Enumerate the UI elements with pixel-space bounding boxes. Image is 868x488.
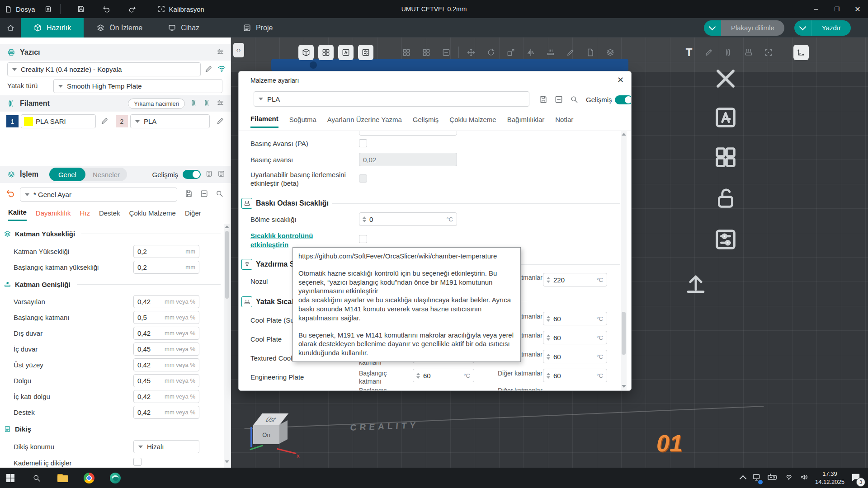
- setting-input[interactable]: 0,45mm veya %: [133, 374, 199, 387]
- minimize-button[interactable]: –: [806, 0, 826, 18]
- chrome-button[interactable]: [79, 468, 99, 488]
- staggered-seams-checkbox[interactable]: [133, 458, 142, 466]
- setting-input[interactable]: 0,5mm veya %: [133, 311, 199, 324]
- taskbar-search-button[interactable]: [26, 468, 47, 488]
- save-button[interactable]: [72, 0, 90, 18]
- move-tool[interactable]: [463, 45, 479, 60]
- undo-button[interactable]: [98, 0, 115, 18]
- redo-button[interactable]: [123, 0, 141, 18]
- arrange-button[interactable]: [318, 45, 334, 60]
- objects-list-button[interactable]: [712, 144, 739, 172]
- adjust-settings-button[interactable]: [712, 226, 739, 254]
- fuzzy-skin-tool[interactable]: [741, 45, 756, 60]
- segment-global[interactable]: Genel: [49, 168, 85, 181]
- cut-tool[interactable]: [563, 45, 578, 60]
- menu-calibration[interactable]: Kalibrasyon: [153, 0, 209, 18]
- dialog-tab-notes[interactable]: Notlar: [555, 116, 573, 127]
- plate3-other-input[interactable]: 60°C: [543, 350, 607, 363]
- add-object-button[interactable]: [298, 45, 314, 60]
- tab-others[interactable]: Diğer: [185, 209, 201, 221]
- dialog-tab-multimaterial[interactable]: Çoklu Malzeme: [449, 116, 496, 127]
- chamber-temp-control-link[interactable]: Sıcaklık kontrolünü etkinleştirin: [250, 231, 332, 249]
- merge-button[interactable]: [439, 45, 454, 60]
- edge-button[interactable]: [105, 468, 126, 488]
- collapse-panel-handle[interactable]: ‹›: [233, 43, 244, 57]
- tray-battery-icon[interactable]: [767, 473, 778, 483]
- material-save-button[interactable]: [539, 95, 548, 106]
- orientation-cube[interactable]: Üst Ön x: [250, 409, 299, 463]
- clone-tool[interactable]: [583, 45, 598, 60]
- remove-filament-button[interactable]: [203, 99, 211, 108]
- notes-button[interactable]: [40, 0, 57, 18]
- advanced-toggle[interactable]: [183, 170, 201, 179]
- dialog-tab-cooling[interactable]: Soğutma: [289, 116, 316, 127]
- clipped-input[interactable]: [359, 131, 457, 136]
- preset-save-button[interactable]: [184, 189, 193, 200]
- plate4-other-input[interactable]: 60°C: [543, 369, 607, 382]
- close-button[interactable]: ✕: [847, 0, 868, 18]
- sidebar-scrollbar[interactable]: [224, 224, 230, 468]
- add-filament-button[interactable]: [190, 99, 198, 108]
- home-button[interactable]: [0, 18, 21, 38]
- pressure-advance-checkbox[interactable]: [359, 139, 367, 147]
- dialog-scrollbar[interactable]: [621, 131, 627, 391]
- print-button[interactable]: Yazdır: [794, 20, 851, 36]
- lay-flat-tool[interactable]: [543, 45, 558, 60]
- dialog-tab-overrides[interactable]: Ayarların Üzerine Yazma: [327, 116, 402, 127]
- process-scope-segment[interactable]: Genel Nesneler: [49, 168, 127, 181]
- setting-input[interactable]: 0,42mm veya %: [133, 327, 199, 340]
- setting-input[interactable]: 0,42mm veya %: [133, 406, 199, 419]
- setting-input[interactable]: 0,42mm veya %: [133, 390, 199, 403]
- print-dropdown[interactable]: [794, 20, 811, 36]
- scrollbar-thumb[interactable]: [225, 231, 229, 299]
- maximize-button[interactable]: ❐: [826, 0, 847, 18]
- delete-all-button[interactable]: [712, 66, 739, 94]
- text-tool[interactable]: T: [681, 45, 697, 60]
- lift-object-button[interactable]: [683, 269, 709, 297]
- material-preset-combo[interactable]: PLA: [254, 91, 529, 107]
- preset-search-button[interactable]: [215, 189, 224, 200]
- bed-type-combo[interactable]: Smooth High Temp Plate: [53, 79, 222, 93]
- tray-expand-icon[interactable]: [740, 475, 747, 483]
- tab-strength[interactable]: Dayanıklılık: [36, 209, 71, 221]
- preset-delete-button[interactable]: [200, 189, 208, 200]
- plate1-other-input[interactable]: 60°C: [543, 312, 607, 325]
- tray-display-icon[interactable]: [752, 473, 761, 483]
- printer-settings-button[interactable]: [217, 48, 224, 57]
- plate2-other-input[interactable]: 60°C: [543, 331, 607, 344]
- process-preset-combo[interactable]: * Genel Ayar: [20, 188, 177, 202]
- filament-settings-button[interactable]: [217, 99, 224, 108]
- notification-center-button[interactable]: 3: [851, 472, 861, 484]
- filament-1-edit-button[interactable]: [100, 117, 109, 127]
- chamber-temp-control-checkbox[interactable]: [359, 235, 367, 243]
- auto-arrange-button[interactable]: [712, 104, 739, 132]
- menu-file[interactable]: Dosya: [0, 0, 40, 18]
- seam-position-combo[interactable]: Hizalı: [133, 440, 199, 453]
- filament-2-combo[interactable]: PLA: [130, 114, 210, 128]
- tab-device[interactable]: Cihaz: [155, 18, 212, 38]
- segment-objects[interactable]: Nesneler: [85, 171, 127, 178]
- dialog-tab-advanced[interactable]: Gelişmiş: [413, 116, 439, 127]
- measure-tool[interactable]: [761, 45, 776, 60]
- rotate-tool[interactable]: [483, 45, 499, 60]
- dialog-advanced-toggle[interactable]: [615, 95, 632, 104]
- taskbar-clock[interactable]: 17:39 14.12.2025: [815, 470, 844, 486]
- view-list-button[interactable]: [205, 170, 213, 179]
- material-search-button[interactable]: [570, 95, 579, 106]
- setting-input[interactable]: 0,2mm: [133, 245, 199, 258]
- slice-dropdown[interactable]: [704, 20, 721, 36]
- tray-volume-icon[interactable]: [800, 473, 809, 483]
- dialog-tab-dependencies[interactable]: Bağımlılıklar: [507, 116, 545, 127]
- lock-button[interactable]: [712, 185, 739, 213]
- variable-layer-tool[interactable]: [603, 45, 618, 60]
- sort-button[interactable]: [217, 170, 225, 179]
- tab-quality[interactable]: Kalite: [8, 208, 27, 221]
- flush-volumes-button[interactable]: Yıkama hacimleri: [128, 99, 185, 109]
- plate4-first-input[interactable]: 60°C: [413, 369, 474, 382]
- tab-project[interactable]: Proje: [230, 18, 285, 38]
- filament-2-slot[interactable]: 2: [116, 115, 128, 127]
- tab-speed[interactable]: Hız: [80, 209, 90, 221]
- tab-prepare[interactable]: Hazırlık: [21, 18, 84, 38]
- file-explorer-button[interactable]: [52, 468, 73, 488]
- filament-2-edit-button[interactable]: [216, 117, 225, 127]
